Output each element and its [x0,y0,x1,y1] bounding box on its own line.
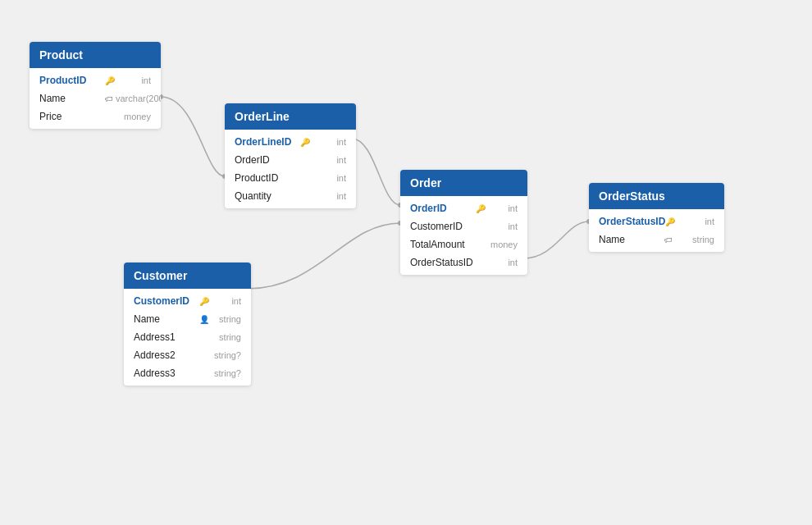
row-orderline-orderid: OrderID int [225,151,356,169]
erd-canvas: Product ProductID 🔑 int Name 🏷 varchar(2… [0,0,812,525]
col-name-customer-name: Name [134,313,199,325]
col-type-product-name: varchar(200) [116,94,161,103]
col-type-totalamount: money [490,240,518,249]
col-name-totalamount: TotalAmount [410,239,476,250]
row-address1: Address1 string [124,328,251,346]
col-type-customerid: int [508,221,518,231]
table-orderstatus-header: OrderStatus [589,183,724,209]
person-icon-customer-name: 👤 [199,315,209,324]
row-customerid: CustomerID int [400,217,527,235]
key-icon-orderlineid: 🔑 [300,138,310,147]
key-icon-orderid: 🔑 [476,204,486,213]
table-orderstatus[interactable]: OrderStatus OrderStatusID 🔑 int Name 🏷 s… [589,183,724,252]
row-address3: Address3 string? [124,364,251,382]
row-orderid: OrderID 🔑 int [400,199,527,217]
col-type-orderstatus-name: string [692,235,714,244]
col-name-orderstatusid-pk: OrderStatusID [599,216,665,227]
table-order[interactable]: Order OrderID 🔑 int CustomerID int Total… [400,170,527,275]
col-type-orderstatusid: int [508,258,518,267]
col-name-orderlineid: OrderLineID [235,136,300,148]
row-orderstatusid: OrderStatusID int [400,253,527,272]
col-type-orderline-orderid: int [336,155,346,165]
key-icon-orderstatusid: 🔑 [665,217,675,226]
col-name-address2: Address2 [134,349,199,361]
table-customer[interactable]: Customer CustomerID 🔑 int Name 👤 string … [124,262,251,386]
col-name-orderline-productid: ProductID [235,172,300,184]
row-orderstatusid-pk: OrderStatusID 🔑 int [589,212,724,231]
row-orderline-productid: ProductID int [225,169,356,187]
table-orderline-header: OrderLine [225,103,356,130]
table-orderstatus-body: OrderStatusID 🔑 int Name 🏷 string [589,209,724,252]
table-customer-body: CustomerID 🔑 int Name 👤 string Address1 … [124,289,251,386]
col-name-price: Price [39,111,105,122]
row-orderlineid: OrderLineID 🔑 int [225,133,356,151]
col-type-orderline-productid: int [336,173,346,183]
table-orderline-body: OrderLineID 🔑 int OrderID int ProductID … [225,130,356,208]
col-name-orderid: OrderID [410,203,476,214]
col-name-orderline-orderid: OrderID [235,154,300,166]
table-orderline[interactable]: OrderLine OrderLineID 🔑 int OrderID int … [225,103,356,208]
col-type-address2: string? [214,350,241,360]
col-name-productid: ProductID [39,75,105,86]
col-type-customerid-pk: int [231,296,241,306]
col-name-quantity: Quantity [235,190,300,202]
table-product[interactable]: Product ProductID 🔑 int Name 🏷 varchar(2… [30,42,161,129]
row-price: Price money [30,107,161,126]
col-name-orderstatus-name: Name [599,234,664,245]
col-name-product-name: Name [39,93,105,104]
row-totalamount: TotalAmount money [400,235,527,253]
row-customerid-pk: CustomerID 🔑 int [124,292,251,310]
table-product-header: Product [30,42,161,68]
row-productid: ProductID 🔑 int [30,71,161,89]
col-name-orderstatusid: OrderStatusID [410,257,476,268]
col-type-productid: int [141,75,151,85]
col-type-address1: string [219,332,241,342]
tag-icon-orderstatus-name: 🏷 [664,235,673,244]
table-order-header: Order [400,170,527,196]
row-quantity: Quantity int [225,187,356,205]
col-type-customer-name: string [219,314,241,324]
key-icon-customerid: 🔑 [199,297,209,306]
row-orderstatus-name: Name 🏷 string [589,231,724,249]
col-name-customerid: CustomerID [410,221,476,232]
table-order-body: OrderID 🔑 int CustomerID int TotalAmount… [400,196,527,275]
col-type-address3: string? [214,368,241,378]
row-address2: Address2 string? [124,346,251,364]
tag-icon-product-name: 🏷 [105,94,113,103]
table-customer-header: Customer [124,262,251,289]
col-name-address1: Address1 [134,331,199,343]
col-type-price: money [124,112,151,121]
col-type-orderstatusid-pk: int [705,217,714,226]
key-icon-productid: 🔑 [105,76,115,85]
table-product-body: ProductID 🔑 int Name 🏷 varchar(200) Pric… [30,68,161,129]
row-customer-name: Name 👤 string [124,310,251,328]
col-name-address3: Address3 [134,368,199,379]
col-type-orderid: int [508,203,518,213]
row-product-name: Name 🏷 varchar(200) [30,89,161,107]
col-name-customerid-pk: CustomerID [134,295,199,307]
col-type-orderlineid: int [336,137,346,147]
col-type-quantity: int [336,191,346,201]
